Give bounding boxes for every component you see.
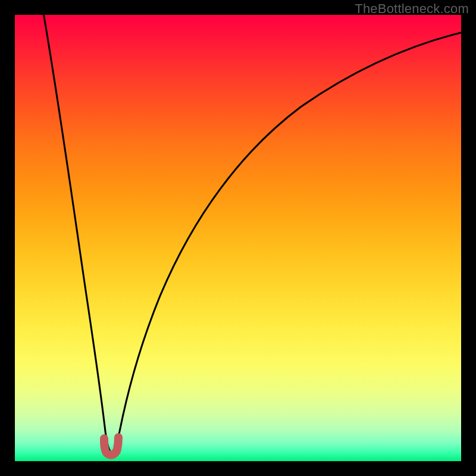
plot-area	[15, 15, 461, 461]
minimum-marker	[104, 437, 118, 455]
curve-layer	[15, 15, 461, 461]
watermark-text: TheBottleneck.com	[355, 1, 469, 17]
bottleneck-curve	[42, 15, 461, 452]
chart-frame: TheBottleneck.com	[0, 0, 476, 476]
